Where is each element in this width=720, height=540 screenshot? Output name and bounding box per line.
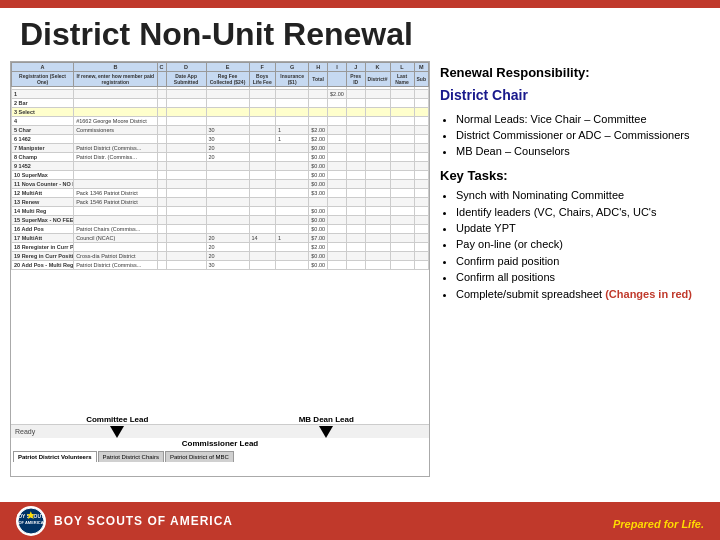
- commissioner-arrow: Commissioner Lead: [182, 439, 258, 448]
- task-5: Confirm paid position: [456, 254, 700, 269]
- info-panel: Renewal Responsibility: District Chair N…: [430, 57, 710, 477]
- bsa-emblem-icon: BOY SCOUTS OF AMERICA: [17, 507, 45, 535]
- table-row: 17 MultiAttCouncil (NCAC)20141$7.00: [12, 234, 429, 243]
- normal-leads-list: Normal Leads: Vice Chair – Committee Dis…: [440, 112, 700, 160]
- tab-strip: Patriot District Volunteers Patriot Dist…: [11, 451, 429, 462]
- title-area: District Non-Unit Renewal: [0, 8, 720, 57]
- prepared-text: Prepared for Life.: [613, 518, 704, 530]
- task-7: Complete/submit spreadsheet (Changes in …: [456, 287, 700, 302]
- status-bar: Ready: [11, 424, 430, 438]
- table-row: 5 CharCommissioners301$2.00: [12, 126, 429, 135]
- table-row: 4#1662 George Moore District: [12, 117, 429, 126]
- table-row: 18 Reregister in Curr Pos20$2.00: [12, 243, 429, 252]
- main-content: A B C D E F G H I J K L M: [0, 57, 720, 477]
- svg-text:OF AMERICA: OF AMERICA: [18, 520, 43, 525]
- col-c: C: [157, 63, 166, 72]
- spreadsheet-body: 1$2.002 Bar3 Select4#1662 George Moore D…: [12, 87, 429, 270]
- task-7-highlight: (Changes in red): [605, 288, 692, 300]
- table-row: 10 SuperMax$0.00: [12, 171, 429, 180]
- col-l: L: [390, 63, 414, 72]
- col-k: K: [365, 63, 390, 72]
- commissioner-lead-label: Commissioner Lead: [182, 439, 258, 448]
- table-row: 8 ChampPatriot Distr. (Commiss...20$0.00: [12, 153, 429, 162]
- task-6: Confirm all positions: [456, 270, 700, 285]
- table-row: 9 1452$0.00: [12, 162, 429, 171]
- tab-patriot-chairs[interactable]: Patriot District Chairs: [98, 451, 164, 462]
- page-title: District Non-Unit Renewal: [20, 16, 700, 53]
- task-3: Update YPT: [456, 221, 700, 236]
- col-h: H: [309, 63, 328, 72]
- lead-item-2: District Commissioner or ADC – Commissio…: [456, 128, 700, 143]
- task-2: Identify leaders (VC, Chairs, ADC's, UC'…: [456, 205, 700, 220]
- spreadsheet-area[interactable]: A B C D E F G H I J K L M: [10, 61, 430, 477]
- table-row: 11 Nova Counter - NO FEE$0.00: [12, 180, 429, 189]
- table-row: 20 Add Pos - Multi RegPatriot District (…: [12, 261, 429, 270]
- district-chair-label: District Chair: [440, 85, 700, 106]
- bottom-bar: BOY SCOUTS OF AMERICA BOY SCOUTS OF AMER…: [0, 502, 720, 540]
- table-row: 13 RenewPack 1546 Patriot District: [12, 198, 429, 207]
- col-e: E: [206, 63, 249, 72]
- table-row: 2 Bar: [12, 99, 429, 108]
- col-j: J: [346, 63, 365, 72]
- col-a: A: [12, 63, 74, 72]
- col-f: F: [249, 63, 275, 72]
- table-row: 6 1462301$2.00: [12, 135, 429, 144]
- table-row: 1$2.00: [12, 90, 429, 99]
- spreadsheet-content: A B C D E F G H I J K L M: [11, 62, 429, 476]
- responsibility-title: Renewal Responsibility:: [440, 63, 700, 83]
- col-d: D: [166, 63, 206, 72]
- table-row: 3 Select: [12, 108, 429, 117]
- table-row: 16 Add PosPatriot Chairs (Commiss...$0.0…: [12, 225, 429, 234]
- tab-patriot-mbc[interactable]: Patriot District of MBC: [165, 451, 234, 462]
- col-g: G: [275, 63, 308, 72]
- table-row: 15 SuperMax - NO FEE$0.00: [12, 216, 429, 225]
- col-b: B: [74, 63, 157, 72]
- bsa-name-text: BOY SCOUTS OF AMERICA: [54, 514, 233, 528]
- status-text: Ready: [15, 428, 35, 435]
- spreadsheet-table: A B C D E F G H I J K L M: [11, 62, 429, 270]
- task-4: Pay on-line (or check): [456, 237, 700, 252]
- bsa-logo: BOY SCOUTS OF AMERICA BOY SCOUTS OF AMER…: [16, 506, 233, 536]
- col-header-row: A B C D E F G H I J K L M: [12, 63, 429, 72]
- key-tasks-title: Key Tasks:: [440, 166, 700, 186]
- bsa-emblem: BOY SCOUTS OF AMERICA: [16, 506, 46, 536]
- col-m: M: [414, 63, 429, 72]
- top-red-bar: [0, 0, 720, 8]
- lead-item-3: MB Dean – Counselors: [456, 144, 700, 159]
- tasks-list: Synch with Nominating Committee Identify…: [440, 188, 700, 302]
- table-row: 12 MultiAttPack 1346 Patriot District$3.…: [12, 189, 429, 198]
- data-header-row: Registration (Select One) If renew, ente…: [12, 72, 429, 87]
- tab-patriot-volunteers[interactable]: Patriot District Volunteers: [13, 451, 97, 462]
- table-row: 19 Rereg in Curr PositionCross-dia Patri…: [12, 252, 429, 261]
- task-7-text: Complete/submit spreadsheet: [456, 288, 605, 300]
- table-row: 7 ManipsterPatriot District (Commiss...2…: [12, 144, 429, 153]
- lead-item-1: Normal Leads: Vice Chair – Committee: [456, 112, 700, 127]
- task-1: Synch with Nominating Committee: [456, 188, 700, 203]
- table-row: 14 Multi Reg$0.00: [12, 207, 429, 216]
- col-i: I: [328, 63, 347, 72]
